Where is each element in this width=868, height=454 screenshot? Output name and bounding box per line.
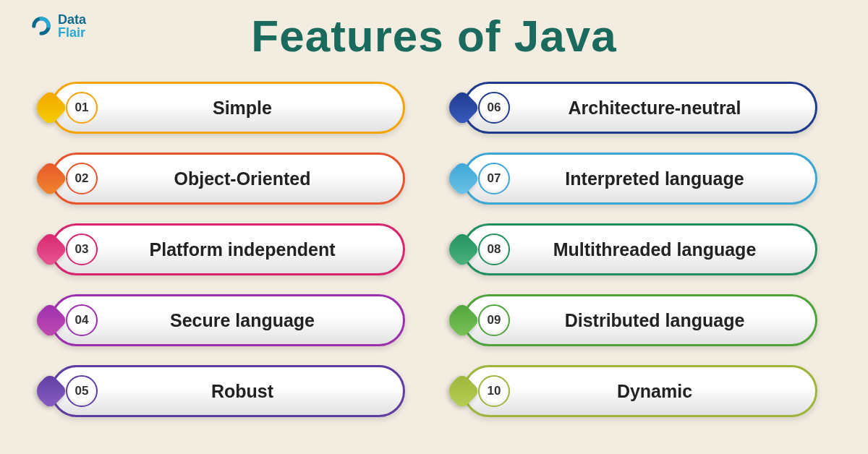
page-title: Features of Java xyxy=(0,0,868,61)
logo-line2: Flair xyxy=(58,26,86,39)
feature-number: 09 xyxy=(478,304,510,336)
feature-number: 03 xyxy=(66,234,98,265)
feature-label: Dynamic xyxy=(516,381,815,402)
feature-number: 05 xyxy=(66,375,98,407)
features-grid: 01 Simple 06 Architecture-neutral 02 Obj… xyxy=(0,61,868,417)
feature-number: 07 xyxy=(478,163,510,194)
feature-item: 04 Secure language xyxy=(51,294,405,346)
feature-number: 10 xyxy=(478,375,510,407)
feature-label: Robust xyxy=(103,381,403,402)
feature-item: 05 Robust xyxy=(51,365,405,417)
logo-text: Data Flair xyxy=(58,13,86,39)
feature-number: 06 xyxy=(478,92,510,124)
feature-label: Simple xyxy=(103,98,403,119)
brand-logo: Data Flair xyxy=(29,13,86,39)
logo-line1: Data xyxy=(58,13,86,26)
feature-label: Multithreaded language xyxy=(516,239,815,260)
logo-icon xyxy=(29,14,54,38)
feature-item: 02 Object-Oriented xyxy=(51,153,405,205)
feature-item: 08 Multithreaded language xyxy=(463,223,817,275)
feature-label: Secure language xyxy=(103,310,403,331)
feature-number: 08 xyxy=(478,234,510,265)
feature-label: Interpreted language xyxy=(516,168,815,189)
feature-item: 03 Platform independent xyxy=(51,223,405,275)
feature-label: Platform independent xyxy=(103,239,403,260)
feature-item: 09 Distributed language xyxy=(463,294,817,346)
feature-item: 10 Dynamic xyxy=(463,365,817,417)
feature-item: 07 Interpreted language xyxy=(463,153,817,205)
feature-label: Object-Oriented xyxy=(103,168,403,189)
feature-label: Distributed language xyxy=(516,310,815,331)
feature-number: 01 xyxy=(66,92,98,124)
feature-number: 02 xyxy=(66,163,98,194)
feature-item: 01 Simple xyxy=(51,82,405,134)
feature-item: 06 Architecture-neutral xyxy=(463,82,817,134)
feature-number: 04 xyxy=(66,304,98,336)
feature-label: Architecture-neutral xyxy=(516,98,815,119)
